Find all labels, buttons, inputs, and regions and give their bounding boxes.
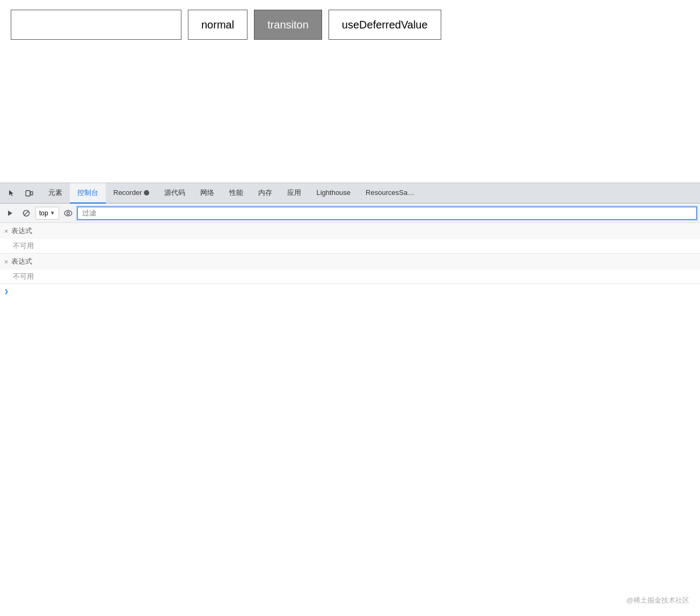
block-icon[interactable] xyxy=(19,206,33,220)
devtools-panel: 元素 控制台 Recorder 源代码 网络 性能 内存 应用 Lighthou… xyxy=(0,183,700,616)
search-input[interactable] xyxy=(11,10,181,40)
tab-elements[interactable]: 元素 xyxy=(41,183,70,204)
expression-close-1[interactable]: ✕ xyxy=(4,227,8,235)
tab-application[interactable]: 应用 xyxy=(280,183,309,204)
svg-marker-2 xyxy=(8,211,12,216)
tab-sources[interactable]: 源代码 xyxy=(157,183,193,204)
tab-performance[interactable]: 性能 xyxy=(222,183,251,204)
svg-line-4 xyxy=(24,211,28,215)
eye-icon[interactable] xyxy=(61,206,75,220)
tab-network[interactable]: 网络 xyxy=(193,183,222,204)
tab-memory[interactable]: 内存 xyxy=(251,183,280,204)
normal-button[interactable]: normal xyxy=(188,10,247,40)
expression-value-1: 不可用 xyxy=(0,239,700,253)
tab-console[interactable]: 控制台 xyxy=(70,183,106,204)
tab-resources[interactable]: ResourcesSa… xyxy=(358,183,422,204)
tab-lighthouse[interactable]: Lighthouse xyxy=(309,183,358,204)
console-prompt-icon[interactable]: ❯ xyxy=(4,287,9,296)
expression-label-1: 表达式 xyxy=(11,226,32,236)
svg-point-5 xyxy=(64,211,72,216)
transition-button[interactable]: transiton xyxy=(254,10,322,40)
play-icon[interactable] xyxy=(3,206,17,220)
expression-value-2: 不可用 xyxy=(0,270,700,284)
expression-close-2[interactable]: ✕ xyxy=(4,258,8,266)
devtools-tab-bar: 元素 控制台 Recorder 源代码 网络 性能 内存 应用 Lighthou… xyxy=(0,183,700,204)
expression-row-2: ✕ 表达式 xyxy=(0,253,700,270)
expression-label-2: 表达式 xyxy=(11,257,32,266)
filter-input[interactable] xyxy=(77,207,697,220)
watermark: @稀土掘金技术社区 xyxy=(626,596,689,605)
svg-rect-1 xyxy=(31,192,33,195)
tab-recorder[interactable]: Recorder xyxy=(106,183,157,204)
deferred-button[interactable]: useDeferredValue xyxy=(329,10,441,40)
toolbar-icons xyxy=(4,186,37,201)
chevron-down-icon: ▼ xyxy=(50,210,55,216)
expression-group-1: ✕ 表达式 不可用 xyxy=(0,223,700,253)
recorder-dot-icon xyxy=(144,190,149,195)
console-content: ✕ 表达式 不可用 ✕ 表达式 不可用 ❯ xyxy=(0,223,700,616)
context-selector[interactable]: top ▼ xyxy=(35,207,59,220)
expression-row-1: ✕ 表达式 xyxy=(0,223,700,239)
console-toolbar: top ▼ xyxy=(0,204,700,223)
app-area: normal transiton useDeferredValue xyxy=(0,0,700,183)
svg-rect-0 xyxy=(26,191,30,196)
context-label: top xyxy=(39,209,48,217)
console-input-row: ❯ xyxy=(0,284,700,299)
svg-point-6 xyxy=(67,212,69,214)
inspect-element-icon[interactable] xyxy=(4,186,19,201)
device-toolbar-icon[interactable] xyxy=(21,186,37,201)
expression-group-2: ✕ 表达式 不可用 xyxy=(0,253,700,284)
